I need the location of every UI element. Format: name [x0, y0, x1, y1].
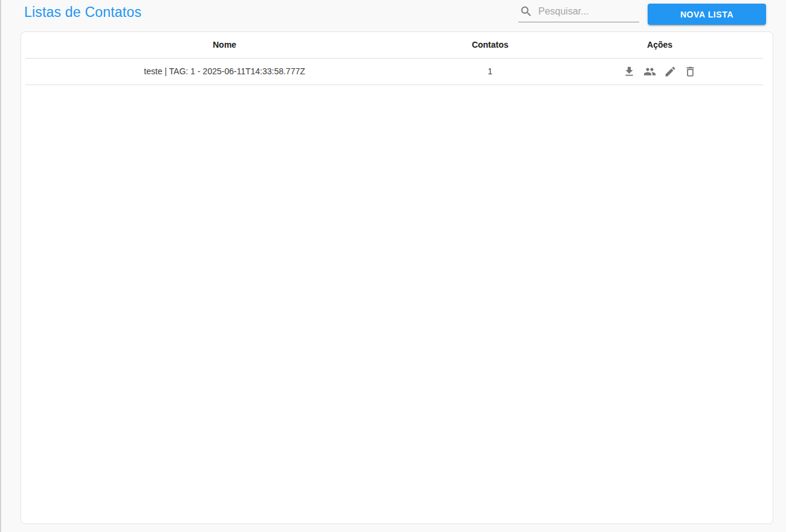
delete-icon	[684, 65, 697, 78]
download-contacts-button[interactable]	[623, 65, 636, 78]
column-header-name: Nome	[25, 32, 424, 58]
table-header-row: Nome Contatos Ações	[25, 32, 763, 58]
contact-lists-card: Nome Contatos Ações teste | TAG: 1 - 202…	[21, 31, 773, 524]
edit-icon	[664, 65, 677, 78]
screen-left-edge-divider	[0, 0, 1, 532]
column-header-contacts: Contatos	[424, 32, 556, 58]
delete-list-button[interactable]	[684, 65, 697, 78]
table-row: teste | TAG: 1 - 2025-06-11T14:33:58.777…	[25, 58, 763, 85]
row-actions-cell	[556, 58, 763, 85]
list-name-cell: teste | TAG: 1 - 2025-06-11T14:33:58.777…	[25, 58, 424, 85]
page-title: Listas de Contatos	[24, 4, 141, 21]
contact-lists-table: Nome Contatos Ações teste | TAG: 1 - 202…	[25, 32, 763, 85]
edit-list-button[interactable]	[664, 65, 677, 78]
download-icon	[623, 65, 636, 78]
view-contacts-button[interactable]	[643, 65, 656, 78]
search-icon	[520, 5, 533, 18]
people-icon	[643, 65, 656, 78]
contacts-count-cell: 1	[424, 58, 556, 85]
search-input[interactable]	[538, 6, 638, 17]
new-list-button[interactable]: NOVA LISTA	[648, 4, 766, 25]
column-header-actions: Ações	[556, 32, 763, 58]
search-field[interactable]	[518, 3, 639, 22]
